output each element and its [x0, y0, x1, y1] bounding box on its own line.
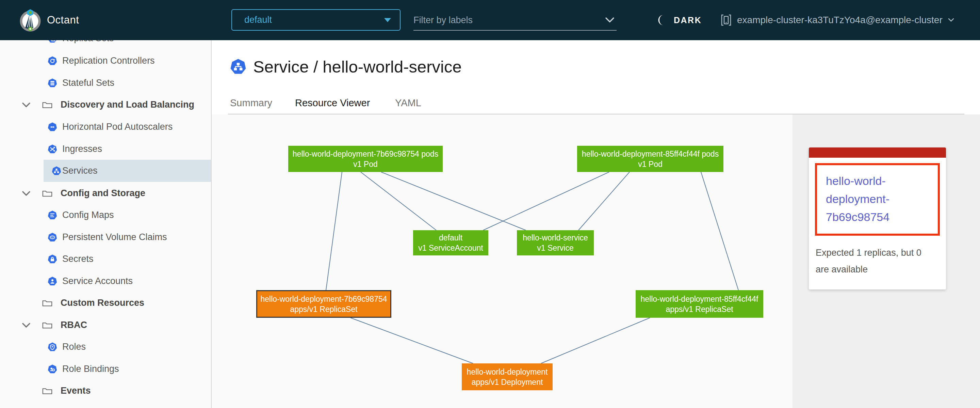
sidebar-group-discovery-and-load-balancing[interactable]: Discovery and Load Balancing	[0, 94, 212, 116]
folder-icon	[42, 189, 52, 198]
folder-icon	[42, 100, 52, 109]
context-chevron-down-icon	[948, 18, 954, 22]
graph-node-replicaset-85ff4cf44f[interactable]: hello-world-deployment-85ff4cf44f apps/v…	[636, 290, 763, 318]
sidebar-item-service-accounts[interactable]: Service Accounts	[0, 270, 212, 292]
tab-summary[interactable]: Summary	[230, 97, 295, 116]
roles-icon	[48, 342, 57, 352]
tab-bar: Summary Resource Viewer YAML	[230, 97, 436, 116]
cluster-icon	[721, 14, 732, 26]
chevron-down-icon[interactable]	[22, 190, 30, 196]
sidebar-item-stateful-sets[interactable]: Stateful Sets	[0, 72, 212, 94]
service-accounts-icon	[48, 277, 57, 286]
app-title: Octant	[47, 0, 79, 40]
sidebar-group-config-and-storage[interactable]: Config and Storage	[0, 182, 212, 204]
chevron-down-icon[interactable]	[22, 102, 30, 108]
cluster-context-label: example-cluster-ka3TuTzYo4a@example-clus…	[737, 14, 943, 26]
role-bindings-icon	[48, 364, 57, 374]
sidebar-group-custom-resources[interactable]: Custom Resources	[0, 292, 212, 314]
dropdown-caret-icon	[384, 18, 391, 22]
graph-node-replicaset-7b69c98754[interactable]: hello-world-deployment-7b69c98754 apps/v…	[256, 290, 391, 318]
theme-toggle-label: DARK	[674, 15, 702, 25]
horizontal-pod-autoscalers-icon	[48, 122, 57, 132]
sidebar-item-persistent-volume-claims[interactable]: Persistent Volume Claims	[0, 226, 212, 248]
graph-node-serviceaccount-default[interactable]: default v1 ServiceAccount	[413, 230, 488, 255]
moon-icon	[656, 14, 668, 27]
graph-node-pods-85ff4cf44f[interactable]: hello-world-deployment-85ff4cf44f pods v…	[577, 146, 724, 172]
tab-resource-viewer[interactable]: Resource Viewer	[295, 97, 395, 116]
octant-logo-icon	[18, 8, 42, 32]
replica-sets-icon	[48, 40, 57, 43]
main-content: Service / hello-world-service Summary Re…	[212, 40, 980, 408]
graph-node-service-hello-world[interactable]: hello-world-service v1 Service	[517, 230, 594, 255]
folder-icon	[42, 386, 52, 395]
filter-chevron-down-icon[interactable]	[605, 17, 614, 23]
sidebar-navigation: Replica Sets Replication Controllers Sta…	[0, 40, 212, 408]
config-maps-icon	[48, 210, 57, 220]
namespace-dropdown[interactable]: default	[231, 9, 401, 31]
folder-icon	[42, 298, 52, 308]
sidebar-group-rbac[interactable]: RBAC	[0, 314, 212, 336]
page-title-text: Service / hello-world-service	[253, 57, 462, 76]
theme-toggle-button[interactable]: DARK	[656, 0, 702, 40]
persistent-volume-claims-icon	[48, 233, 57, 242]
page-title: Service / hello-world-service	[230, 57, 462, 76]
resource-viewer-graph: hello-world-deployment-7b69c98754 pods v…	[212, 115, 792, 408]
folder-icon	[42, 320, 52, 330]
node-detail-panel: hello-world-deployment-7b69c98754 Expect…	[792, 115, 980, 408]
sidebar-item-roles[interactable]: Roles	[0, 336, 212, 358]
graph-node-pods-7b69c98754[interactable]: hello-world-deployment-7b69c98754 pods v…	[288, 146, 443, 172]
resource-link[interactable]: hello-world-deployment-7b69c98754	[826, 172, 934, 226]
sidebar-item-horizontal-pod-autoscalers[interactable]: Horizontal Pod Autoscalers	[0, 116, 212, 138]
tab-yaml[interactable]: YAML	[395, 97, 436, 116]
node-detail-card: hello-world-deployment-7b69c98754 Expect…	[809, 147, 946, 290]
cluster-context-switcher[interactable]: example-cluster-ka3TuTzYo4a@example-clus…	[721, 0, 954, 40]
sidebar-item-role-bindings[interactable]: Role Bindings	[0, 358, 212, 380]
secrets-icon	[48, 254, 57, 264]
app-header: Octant default DARK example-clust	[0, 0, 980, 40]
label-filter	[414, 10, 617, 31]
alert-message: Expected 1 replicas, but 0 are available	[816, 244, 928, 278]
replication-controllers-icon	[48, 56, 57, 66]
sidebar-item-ingresses[interactable]: Ingresses	[0, 138, 212, 160]
graph-node-deployment-hello-world[interactable]: hello-world-deployment apps/v1 Deploymen…	[462, 363, 553, 390]
sidebar-item-config-maps[interactable]: Config Maps	[0, 204, 212, 226]
status-bar-error	[809, 147, 946, 158]
stateful-sets-icon	[48, 78, 57, 88]
chevron-down-icon[interactable]	[22, 322, 30, 328]
sidebar-item-replication-controllers[interactable]: Replication Controllers	[0, 50, 212, 72]
sidebar-item-secrets[interactable]: Secrets	[0, 248, 212, 270]
label-filter-input[interactable]	[414, 15, 605, 26]
services-icon	[52, 166, 61, 176]
alert-box: hello-world-deployment-7b69c98754	[815, 163, 940, 236]
namespace-dropdown-value: default	[244, 14, 384, 25]
sidebar-item-services[interactable]: Services	[43, 160, 212, 182]
sidebar-item-replica-sets[interactable]: Replica Sets	[0, 40, 212, 49]
ingresses-icon	[48, 144, 57, 154]
sidebar-group-events[interactable]: Events	[0, 380, 212, 402]
octant-app: Octant default DARK example-clust	[0, 0, 980, 408]
service-resource-icon	[230, 59, 247, 75]
